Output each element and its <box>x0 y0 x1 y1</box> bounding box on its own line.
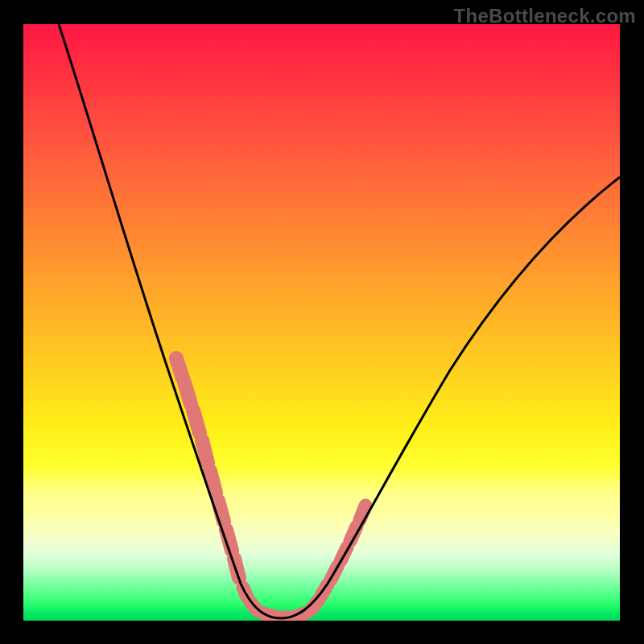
chart-container: TheBottleneck.com <box>0 0 644 644</box>
bottleneck-curve <box>23 24 620 621</box>
main-curve-path <box>59 24 620 618</box>
plot-area <box>23 24 620 621</box>
highlight-segment-left <box>176 358 239 578</box>
